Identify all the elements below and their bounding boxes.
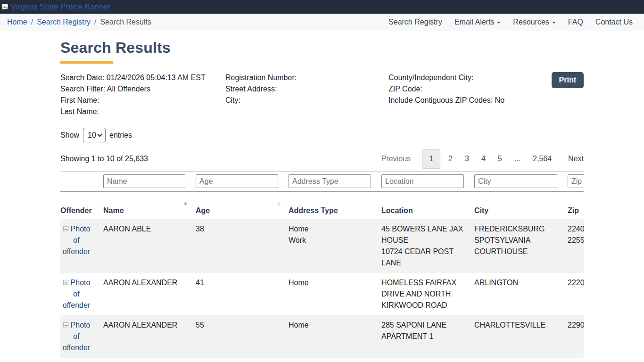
address-types: Home xyxy=(289,273,381,315)
zips: 2290 xyxy=(568,315,584,358)
length-prefix-label: Show xyxy=(60,131,79,140)
offender-name: AARON ALEXANDER xyxy=(103,315,196,358)
column-header-offender: Offender xyxy=(60,192,103,219)
title-accent-bar xyxy=(60,61,113,64)
nav-search-registry[interactable]: Search Registry xyxy=(388,18,442,26)
offender-name: AARON ANDERSON xyxy=(103,358,196,362)
offender-age: 38 xyxy=(196,219,289,273)
zip-filter-input[interactable] xyxy=(568,174,584,188)
column-filter-row xyxy=(60,172,584,192)
broken-image-icon xyxy=(63,226,70,232)
page-length-control: Show 10 entries xyxy=(60,128,584,142)
table-info-row: Showing 1 to 10 of 25,633 Previous 1 2 3… xyxy=(60,149,584,169)
pagination-next[interactable]: Next xyxy=(558,155,584,163)
search-meta-col1: Search Date: 01/24/2026 05:04:13 AM EST … xyxy=(60,72,225,117)
page-title: Search Results xyxy=(60,39,584,57)
pagination-page-4[interactable]: 4 xyxy=(475,155,492,163)
page: Virginia State Police Banner Home / Sear… xyxy=(0,0,644,362)
pagination-page-5[interactable]: 5 xyxy=(492,155,508,163)
breadcrumb: Home / Search Registry / Search Results xyxy=(7,18,151,26)
entries-selected-value: 10 xyxy=(88,131,96,140)
pagination-page-1-current[interactable]: 1 xyxy=(422,149,440,169)
zips: 2220 xyxy=(568,273,584,315)
locations: 45 BOWERS LANE JAX HOUSE 10724 CEDAR POS… xyxy=(381,219,474,273)
table-body: Photo of offender AARON ABLE 38 Home Wor… xyxy=(60,219,584,362)
pagination-previous[interactable]: Previous xyxy=(381,155,420,163)
address-type-filter-input[interactable] xyxy=(289,174,371,188)
cities: RURAL RETREAT RURAL RETREAT xyxy=(474,358,568,362)
offender-photo-link[interactable]: Photo of offender xyxy=(60,277,92,311)
nav-faq[interactable]: FAQ xyxy=(568,18,583,26)
search-meta-col2: Registration Number: Street Address: Cit… xyxy=(225,72,388,117)
cities: ARLINGTON xyxy=(474,273,568,315)
breadcrumb-separator: / xyxy=(94,18,96,26)
age-filter-input[interactable] xyxy=(196,174,278,188)
search-criteria-summary: Search Date: 01/24/2026 05:04:13 AM EST … xyxy=(60,72,584,117)
showing-entries-text: Showing 1 to 10 of 25,633 xyxy=(60,155,148,163)
offender-name: AARON ABLE xyxy=(103,219,196,273)
broken-image-icon xyxy=(63,280,70,286)
cities: CHARLOTTESVILLE xyxy=(474,315,568,358)
length-suffix-label: entries xyxy=(109,131,132,140)
pagination-page-2[interactable]: 2 xyxy=(442,155,459,163)
navbar: Home / Search Registry / Search Results … xyxy=(0,14,644,31)
table-row: Photo of offender AARON ALEXANDER 55 Hom… xyxy=(60,315,584,358)
banner-alt-text: Virginia State Police Banner xyxy=(11,2,110,12)
zips: 2240 2255 xyxy=(568,219,584,273)
column-header-address-type[interactable]: Address Type xyxy=(289,192,381,219)
search-meta-col3: County/Independent City: ZIP Code: Inclu… xyxy=(388,72,520,117)
locations: HOMELESS FAIRFAX DRIVE AND NORTH KIRKWOO… xyxy=(381,273,474,315)
print-button[interactable]: Print xyxy=(552,72,584,88)
table-row: Photo of offender AARON ABLE 38 Home Wor… xyxy=(60,219,584,273)
offender-age: 41 xyxy=(196,358,289,362)
address-types: Home xyxy=(289,315,381,358)
zips: 2436 2436 xyxy=(568,358,584,362)
nav-contact-us[interactable]: Contact Us xyxy=(595,18,633,26)
pagination-page-3[interactable]: 3 xyxy=(459,155,475,163)
sort-ascending-icon: ▲ xyxy=(183,200,188,206)
chevron-down-icon xyxy=(497,22,501,24)
offender-age: 41 xyxy=(196,273,289,315)
sort-unsorted-icon: ◆ xyxy=(277,201,281,207)
name-filter-input[interactable] xyxy=(103,174,185,188)
cities: FREDERICKSBURG SPOTSYLVANIA COURTHOUSE xyxy=(474,219,568,273)
banner-home-link[interactable]: Virginia State Police Banner xyxy=(1,2,110,12)
offender-photo-link[interactable]: Photo of offender xyxy=(60,320,92,354)
table-header-row: Offender Name▲ Age◆ Address Type Locatio… xyxy=(60,192,584,219)
locations: 127JIMMY LANE 127 JIMMY LANE xyxy=(381,358,474,362)
chevron-down-icon xyxy=(98,132,102,137)
breadcrumb-search-registry[interactable]: Search Registry xyxy=(37,18,91,26)
offender-age: 55 xyxy=(196,315,289,358)
locations: 285 SAPONI LANE APARTMENT 1 xyxy=(381,315,474,358)
breadcrumb-home[interactable]: Home xyxy=(7,18,27,26)
pagination: Previous 1 2 3 4 5 ... 2,564 Next xyxy=(381,149,584,169)
table-row: Photo of offender AARON ALEXANDER 41 Hom… xyxy=(60,273,584,315)
column-header-zip[interactable]: Zip xyxy=(568,192,584,219)
pagination-ellipsis: ... xyxy=(508,155,527,163)
broken-image-icon xyxy=(1,3,10,11)
pagination-page-last[interactable]: 2,564 xyxy=(527,155,558,163)
table-row: Photo of offender AARON ANDERSON 41 Home… xyxy=(60,358,584,362)
address-types: Home Work xyxy=(289,219,381,273)
top-nav: Search Registry Email Alerts Resources F… xyxy=(388,18,633,26)
breadcrumb-current: Search Results xyxy=(100,18,151,26)
site-banner: Virginia State Police Banner xyxy=(0,0,644,14)
offender-name: AARON ALEXANDER xyxy=(103,273,196,315)
column-header-name[interactable]: Name▲ xyxy=(103,192,196,219)
nav-email-alerts[interactable]: Email Alerts xyxy=(454,18,501,26)
results-table: Offender Name▲ Age◆ Address Type Locatio… xyxy=(60,172,584,362)
address-types: Home Work xyxy=(289,358,381,362)
city-filter-input[interactable] xyxy=(474,174,557,188)
column-header-location[interactable]: Location xyxy=(381,192,474,219)
column-header-city[interactable]: City xyxy=(474,192,568,219)
breadcrumb-separator: / xyxy=(31,18,33,26)
location-filter-input[interactable] xyxy=(381,174,464,188)
column-header-age[interactable]: Age◆ xyxy=(196,192,289,219)
nav-resources[interactable]: Resources xyxy=(513,18,555,26)
broken-image-icon xyxy=(63,322,70,329)
entries-per-page-select[interactable]: 10 xyxy=(83,128,106,142)
chevron-down-icon xyxy=(552,22,556,24)
offender-photo-link[interactable]: Photo of offender xyxy=(60,223,92,257)
